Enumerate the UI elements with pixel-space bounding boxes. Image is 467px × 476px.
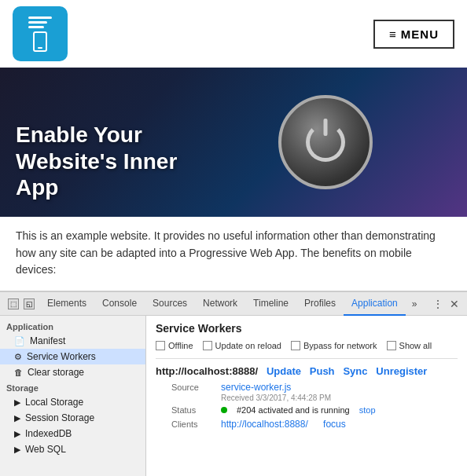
tab-timeline[interactable]: Timeline	[245, 292, 296, 316]
site-header: ≡ MENU	[0, 0, 467, 68]
sw-update-link[interactable]: Update	[267, 365, 301, 377]
sw-source-row: Source service-worker.js	[156, 382, 458, 393]
show-all-label: Show all	[399, 341, 432, 350]
sw-clients-focus-link[interactable]: focus	[323, 419, 346, 430]
sidebar-item-manifest[interactable]: 📄 Manifest	[0, 333, 145, 349]
menu-button[interactable]: ≡ MENU	[373, 20, 454, 49]
sw-sync-link[interactable]: Sync	[343, 365, 367, 377]
show-all-checkbox[interactable]	[387, 341, 396, 350]
logo-phone-icon	[33, 31, 47, 52]
sidebar-item-session-storage[interactable]: ▶ Session Storage	[0, 410, 145, 426]
clear-storage-icon: 🗑	[14, 368, 23, 377]
devtools-icons: ⬚ ◱	[3, 298, 39, 309]
sidebar-item-manifest-label: Manifest	[30, 335, 65, 346]
sw-clients-row: Clients http://localhost:8888/ focus	[156, 419, 458, 430]
sidebar-item-local-storage-label: Local Storage	[25, 397, 83, 408]
devtools-main-panel: Service Workers Offline Update on reload…	[146, 316, 467, 476]
tab-profiles[interactable]: Profiles	[296, 292, 344, 316]
power-icon	[302, 119, 349, 166]
sw-stop-link[interactable]: stop	[359, 405, 376, 415]
sw-status-row: Status #204 activated and is running sto…	[156, 405, 458, 416]
sidebar-item-web-sql[interactable]: ▶ Web SQL	[0, 441, 145, 457]
sw-status-text: #204 activated and is running	[237, 405, 350, 415]
devtools-close-icon[interactable]: ✕	[450, 298, 459, 310]
devtools-menu-icon[interactable]: ⋮	[432, 298, 443, 310]
sw-clients-url-link[interactable]: http://localhost:8888/	[221, 419, 308, 430]
sw-clients-label: Clients	[171, 419, 215, 429]
hero-image: Enable Your Website's Inner App	[0, 68, 467, 217]
logo-line-3	[28, 26, 44, 28]
logo-line-2	[28, 21, 47, 24]
hero-text: Enable Your Website's Inner App	[16, 122, 177, 201]
update-on-reload-checkbox[interactable]	[203, 341, 212, 350]
devtools-panel: ⬚ ◱ Elements Console Sources Network Tim…	[0, 291, 467, 476]
sidebar-item-service-workers[interactable]: ⚙ Service Workers	[0, 349, 145, 364]
devtools-icon-1[interactable]: ⬚	[8, 298, 19, 309]
sw-push-link[interactable]: Push	[310, 365, 335, 377]
indexeddb-expand-icon: ▶	[14, 429, 20, 439]
website-area: ≡ MENU Enable Your Website's Inner App T…	[0, 0, 467, 291]
local-storage-expand-icon: ▶	[14, 397, 20, 408]
devtools-icon-2[interactable]: ◱	[24, 298, 35, 309]
power-button-visual	[278, 95, 373, 189]
sw-source-file-link[interactable]: service-worker.js	[221, 382, 291, 393]
offline-label: Offline	[168, 341, 193, 350]
sw-options-bar: Offline Update on reload Bypass for netw…	[156, 341, 458, 350]
sw-source-label: Source	[171, 383, 215, 392]
sw-option-offline[interactable]: Offline	[156, 341, 193, 350]
sw-unregister-link[interactable]: Unregister	[376, 365, 427, 377]
tab-application[interactable]: Application	[344, 292, 406, 316]
manifest-icon: 📄	[14, 336, 25, 346]
sidebar-section-storage: Storage	[0, 380, 145, 394]
sidebar-item-service-workers-label: Service Workers	[27, 351, 96, 362]
sidebar-section-application: Application	[0, 319, 145, 333]
power-line	[324, 119, 328, 136]
sw-source-received: Received 3/3/2017, 4:44:28 PM	[156, 394, 458, 402]
tab-elements[interactable]: Elements	[39, 292, 94, 316]
sw-option-bypass-for-network[interactable]: Bypass for network	[291, 341, 377, 350]
bypass-for-network-label: Bypass for network	[303, 341, 377, 350]
site-logo	[13, 6, 68, 61]
logo-line-1	[28, 16, 52, 19]
session-storage-expand-icon: ▶	[14, 413, 20, 423]
sw-entry-url: http://localhost:8888/	[156, 365, 258, 377]
web-sql-expand-icon: ▶	[14, 445, 20, 455]
sidebar-item-session-storage-label: Session Storage	[25, 412, 94, 423]
devtools-sidebar: Application 📄 Manifest ⚙ Service Workers…	[0, 316, 146, 476]
tab-more[interactable]: »	[406, 295, 424, 313]
tab-sources[interactable]: Sources	[145, 292, 195, 316]
offline-checkbox[interactable]	[156, 341, 165, 350]
sw-status-label: Status	[171, 405, 215, 415]
devtools-tab-list: Elements Console Sources Network Timelin…	[39, 292, 428, 316]
tab-network[interactable]: Network	[195, 292, 245, 316]
update-on-reload-label: Update on reload	[215, 341, 281, 350]
devtools-body: Application 📄 Manifest ⚙ Service Workers…	[0, 316, 467, 476]
sw-option-update-on-reload[interactable]: Update on reload	[203, 341, 281, 350]
devtools-actions: ⋮ ✕	[428, 298, 464, 310]
sw-entry: http://localhost:8888/ Update Push Sync …	[156, 358, 458, 430]
service-workers-icon: ⚙	[14, 352, 22, 362]
sidebar-item-indexeddb-label: IndexedDB	[25, 428, 72, 439]
sidebar-item-local-storage[interactable]: ▶ Local Storage	[0, 394, 145, 410]
logo-lines	[28, 16, 52, 28]
sw-status-dot	[221, 405, 230, 416]
tab-console[interactable]: Console	[94, 292, 145, 316]
service-workers-title: Service Workers	[156, 322, 458, 335]
bypass-for-network-checkbox[interactable]	[291, 341, 300, 350]
sw-entry-url-row: http://localhost:8888/ Update Push Sync …	[156, 365, 458, 377]
sidebar-item-indexeddb[interactable]: ▶ IndexedDB	[0, 426, 145, 441]
sw-option-show-all[interactable]: Show all	[387, 341, 432, 350]
devtools-tabs-bar: ⬚ ◱ Elements Console Sources Network Tim…	[0, 292, 467, 316]
sidebar-item-web-sql-label: Web SQL	[25, 444, 66, 455]
sidebar-item-clear-storage-label: Clear storage	[28, 367, 84, 378]
sidebar-item-clear-storage[interactable]: 🗑 Clear storage	[0, 364, 145, 380]
site-description: This is an example website. It provides …	[0, 217, 467, 285]
